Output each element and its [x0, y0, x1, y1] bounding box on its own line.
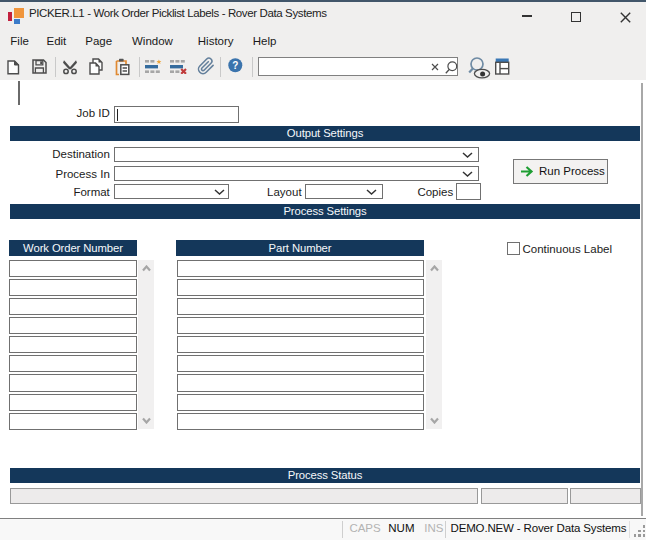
- svg-text:?: ?: [233, 60, 239, 71]
